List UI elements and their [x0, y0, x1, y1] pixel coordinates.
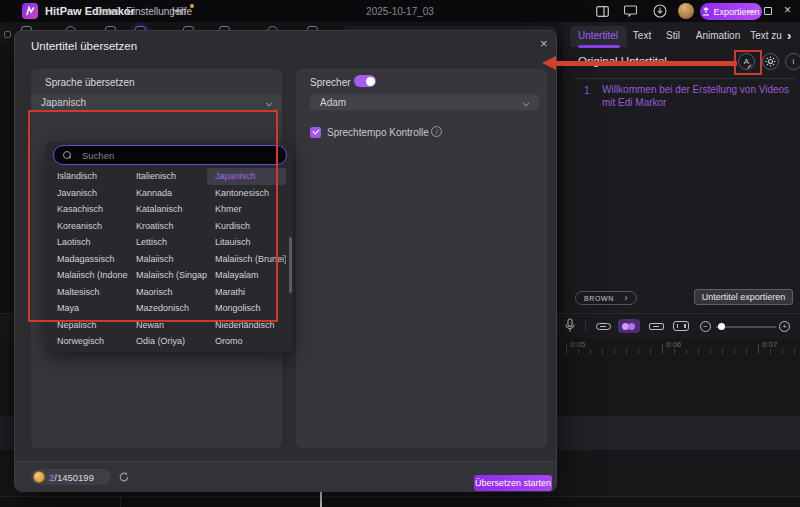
- tempo-label: Sprechtempo Kontrolle: [327, 127, 429, 138]
- language-dropdown[interactable]: Japanisch: [31, 94, 282, 110]
- tab-text-zu[interactable]: Text zu: [750, 30, 782, 41]
- annotation-arrow-shaft: [556, 61, 737, 66]
- window-minimize-button[interactable]: [747, 11, 756, 13]
- divider: [575, 78, 795, 79]
- divider: [585, 321, 586, 331]
- ruler-ticks: [566, 349, 800, 354]
- speaker-toggle[interactable]: [354, 75, 376, 87]
- style-preset-button[interactable]: BROWN ›: [575, 291, 637, 305]
- titlebar: HitPaw Edimakor Datei Einstellungen Hilf…: [0, 0, 800, 22]
- language-option[interactable]: Norwegisch: [49, 333, 128, 350]
- tempo-checkbox[interactable]: [310, 127, 321, 138]
- zoom-slider[interactable]: [716, 326, 776, 328]
- active-tab-underline: [578, 45, 620, 48]
- partial-sidebar-icon: [4, 31, 11, 38]
- zoom-out-icon[interactable]: −: [700, 321, 711, 332]
- app-logo-icon: [22, 3, 38, 19]
- magnetic-timeline-icon[interactable]: [618, 319, 640, 333]
- feedback-icon[interactable]: [624, 5, 637, 17]
- annotation-box-languages: [28, 110, 278, 322]
- dialog-close-icon[interactable]: ×: [540, 36, 548, 51]
- chevron-down-icon: [523, 99, 530, 106]
- tab-untertitel[interactable]: Untertitel: [578, 30, 618, 41]
- language-option[interactable]: Oromo: [207, 333, 286, 350]
- window-maximize-button[interactable]: [764, 7, 772, 15]
- dialog-footer: 2 /1450199 Übersetzen starten: [15, 461, 556, 492]
- credits-counter: 2 /1450199: [31, 469, 111, 485]
- download-icon[interactable]: [653, 4, 667, 18]
- layout-icon[interactable]: [596, 6, 609, 17]
- start-translate-button[interactable]: Übersetzen starten: [474, 475, 552, 491]
- app-window: HitPaw Edimakor Datei Einstellungen Hilf…: [0, 0, 800, 507]
- voice-dropdown[interactable]: Adam: [310, 94, 539, 110]
- credits-total: /1450199: [54, 472, 94, 483]
- language-option[interactable]: Odia (Oriya): [128, 333, 207, 350]
- tab-stil[interactable]: Stil: [666, 30, 680, 41]
- mic-icon[interactable]: [564, 318, 576, 333]
- window-close-button[interactable]: ×: [784, 3, 791, 17]
- scrollbar-thumb[interactable]: [289, 237, 292, 293]
- panel-tabs: UntertitelTextStilAnimationText zu ›: [563, 26, 800, 47]
- chevron-down-icon: [266, 99, 273, 106]
- dialog-title: Untertitel übersetzen: [31, 40, 137, 52]
- menu-hilfe[interactable]: Hilfe: [172, 6, 192, 17]
- language-label: Sprache übersetzen: [45, 77, 135, 88]
- ruler-label: 0:07: [762, 340, 778, 349]
- subtitle-row-text[interactable]: Willkommen bei der Erstellung von Videos…: [602, 84, 798, 109]
- zoom-in-icon[interactable]: +: [779, 321, 790, 332]
- upload-icon: [702, 7, 710, 16]
- gear-icon[interactable]: [762, 53, 779, 70]
- notification-dot: [190, 4, 194, 8]
- ruler-label: 0:05: [570, 340, 586, 349]
- annotation-arrow-head: [542, 56, 556, 70]
- tabs-overflow-chevron[interactable]: ›: [787, 28, 791, 43]
- subtitle-row-index: 1: [584, 85, 590, 96]
- split-clip-icon[interactable]: [649, 323, 664, 330]
- export-subtitles-button[interactable]: Untertitel exportieren: [694, 289, 793, 305]
- menu-datei[interactable]: Datei: [95, 6, 118, 17]
- project-date: 2025-10-17_03: [366, 6, 434, 17]
- speaker-card: Sprecher Adam Sprechtempo Kontrolle i: [296, 69, 547, 448]
- zoom-slider-thumb[interactable]: [718, 323, 725, 330]
- avatar[interactable]: [678, 3, 694, 19]
- app-title: HitPaw Edimakor: [45, 5, 135, 17]
- trim-clip-icon[interactable]: [673, 321, 689, 331]
- coin-icon: [33, 471, 45, 483]
- tab-text[interactable]: Text: [633, 30, 651, 41]
- ruler-label: 0:06: [666, 340, 682, 349]
- annotation-box-translate-icon: [734, 50, 762, 75]
- track-boundary: [120, 497, 121, 507]
- refresh-icon[interactable]: [118, 471, 130, 483]
- chevron-right-icon: ›: [624, 293, 628, 303]
- link-clips-icon[interactable]: [596, 323, 611, 330]
- tab-animation[interactable]: Animation: [696, 30, 740, 41]
- info-icon[interactable]: i: [431, 126, 442, 137]
- info-icon[interactable]: i: [785, 53, 800, 70]
- speaker-label: Sprecher: [310, 77, 351, 88]
